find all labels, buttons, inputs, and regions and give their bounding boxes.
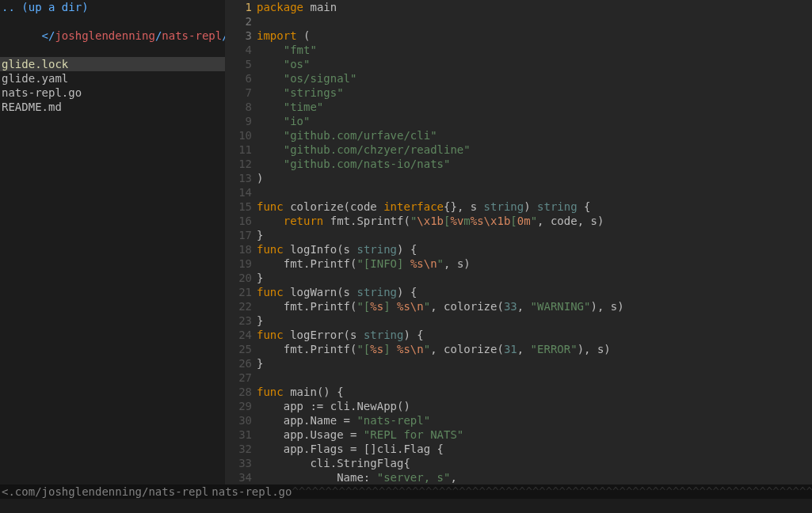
- code-line[interactable]: func logWarn(s string) {: [257, 285, 812, 299]
- code-line[interactable]: "strings": [257, 86, 812, 100]
- code-line[interactable]: func main() {: [257, 385, 812, 399]
- code-line[interactable]: ): [257, 171, 812, 185]
- line-number-gutter: 1234567891011121314151617181920212223242…: [225, 0, 257, 484]
- code-line[interactable]: func colorize(code interface{}, s string…: [257, 200, 812, 214]
- code-line[interactable]: "os": [257, 57, 812, 71]
- code-line[interactable]: func logError(s string) {: [257, 328, 812, 342]
- code-line[interactable]: return fmt.Sprintf("\x1b[%vm%s\x1b[0m", …: [257, 214, 812, 228]
- status-left-path: <.com/joshglendenning/nats-repl: [0, 484, 208, 499]
- file-entry[interactable]: nats-repl.go: [0, 86, 225, 100]
- code-line[interactable]: package main: [257, 0, 812, 14]
- file-entry[interactable]: glide.yaml: [0, 71, 225, 86]
- code-line[interactable]: "os/signal": [257, 71, 812, 86]
- code-editor[interactable]: package main import ( "fmt" "os" "os/sig…: [257, 0, 812, 484]
- code-line[interactable]: }: [257, 228, 812, 242]
- file-entry[interactable]: README.md: [0, 100, 225, 114]
- current-path: </joshglendenning/nats-repl/: [0, 14, 225, 57]
- code-line[interactable]: app := cli.NewApp(): [257, 399, 812, 413]
- code-line[interactable]: "github.com/nats-io/nats": [257, 157, 812, 171]
- code-line[interactable]: }: [257, 314, 812, 328]
- file-tree-sidebar[interactable]: .. (up a dir) </joshglendenning/nats-rep…: [0, 0, 225, 484]
- file-entry[interactable]: glide.lock: [0, 57, 225, 71]
- status-filename: nats-repl.go: [208, 484, 292, 499]
- up-dir-entry[interactable]: .. (up a dir): [0, 0, 225, 14]
- code-line[interactable]: app.Flags = []cli.Flag {: [257, 442, 812, 456]
- code-line[interactable]: }: [257, 271, 812, 285]
- code-line[interactable]: [257, 185, 812, 200]
- code-line[interactable]: "time": [257, 100, 812, 114]
- code-line[interactable]: cli.StringFlag{: [257, 456, 812, 470]
- code-line[interactable]: app.Usage = "REPL for NATS": [257, 428, 812, 442]
- code-line[interactable]: "fmt": [257, 43, 812, 57]
- code-line[interactable]: }: [257, 356, 812, 370]
- command-line[interactable]: [0, 499, 812, 513]
- code-line[interactable]: app.Name = "nats-repl": [257, 413, 812, 428]
- code-line[interactable]: fmt.Printf("[%s] %s\n", colorize(33, "WA…: [257, 299, 812, 314]
- code-line[interactable]: func logInfo(s string) {: [257, 242, 812, 256]
- status-fill: ^^^^^^^^^^^^^^^^^^^^^^^^^^^^^^^^^^^^^^^^…: [292, 484, 812, 499]
- code-line[interactable]: "io": [257, 114, 812, 128]
- code-line[interactable]: "github.com/urfave/cli": [257, 128, 812, 142]
- code-line[interactable]: import (: [257, 28, 812, 43]
- code-line[interactable]: "github.com/chzyer/readline": [257, 142, 812, 157]
- code-line[interactable]: fmt.Printf("[%s] %s\n", colorize(31, "ER…: [257, 342, 812, 356]
- code-line[interactable]: [257, 370, 812, 385]
- code-line[interactable]: Name: "server, s",: [257, 470, 812, 484]
- code-line[interactable]: [257, 14, 812, 28]
- status-bar: <.com/joshglendenning/nats-repl nats-rep…: [0, 484, 812, 499]
- code-line[interactable]: fmt.Printf("[INFO] %s\n", s): [257, 256, 812, 271]
